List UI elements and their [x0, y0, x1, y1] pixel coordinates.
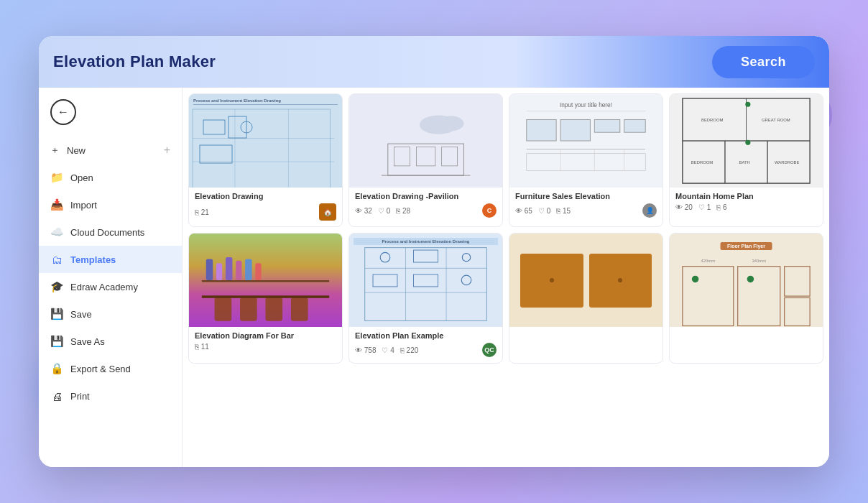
sidebar-item-save-label: Save	[70, 309, 92, 320]
svg-rect-43	[226, 257, 232, 280]
likes-6: ♡ 4	[382, 346, 394, 354]
copies-6: ⎘ 220	[400, 346, 418, 354]
card-thumb-4: BEDROOM GREAT ROOM BEDROOM BATH WARDROBE	[670, 94, 823, 188]
card-title-6: Elevation Plan Example	[355, 331, 497, 340]
blueprint-svg	[189, 106, 342, 188]
sidebar-item-print[interactable]: 🖨 Print	[39, 382, 182, 410]
svg-rect-8	[200, 145, 232, 163]
sidebar-item-save-as-label: Save As	[70, 336, 105, 347]
svg-point-59	[462, 254, 470, 262]
search-button[interactable]: Search	[712, 46, 815, 78]
svg-rect-45	[245, 259, 251, 280]
svg-rect-46	[255, 263, 261, 280]
card-title-2: Elevation Drawing -Pavilion	[355, 192, 497, 200]
copies-2: ⎘ 28	[396, 207, 410, 215]
card-info-6: Elevation Plan Example 👁 758 ♡ 4 ⎘ 220 Q…	[349, 327, 502, 363]
views-4: 👁 20	[675, 203, 693, 211]
sidebar-item-cloud[interactable]: ☁️ Cloud Documents	[39, 218, 182, 246]
svg-rect-12	[394, 147, 410, 166]
back-button[interactable]: ←	[50, 99, 76, 125]
bar-svg	[189, 234, 342, 327]
svg-rect-11	[388, 144, 464, 175]
template-card-elevation-drawing[interactable]: Process and Instrument Elevation Drawing	[188, 93, 343, 227]
save-icon: 💾	[50, 308, 63, 320]
header: Elevation Plan Maker Search	[39, 36, 829, 88]
svg-text:BATH: BATH	[739, 160, 749, 165]
card-thumb-8: Floor Plan Flyer 420mm 340mm	[670, 234, 823, 327]
svg-rect-49	[266, 297, 283, 321]
mountain-svg: BEDROOM GREAT ROOM BEDROOM BATH WARDROBE	[670, 94, 823, 188]
svg-rect-23	[527, 154, 645, 171]
svg-rect-6	[228, 116, 246, 138]
svg-rect-50	[291, 297, 308, 321]
sidebar-item-export[interactable]: 🔒 Export & Send	[39, 355, 182, 382]
templates-icon: 🗂	[50, 253, 63, 266]
svg-rect-61	[414, 274, 438, 287]
open-icon: 📁	[50, 171, 63, 184]
likes-4: ♡ 1	[698, 203, 711, 211]
svg-point-62	[461, 275, 471, 285]
sidebar-item-import[interactable]: 📥 Import	[39, 191, 182, 218]
sidebar-item-import-label: Import	[70, 200, 97, 211]
template-card-cabinet[interactable]	[509, 233, 663, 364]
new-icon: ＋	[50, 144, 60, 157]
template-card-furniture[interactable]: Input your title here!	[509, 93, 663, 227]
svg-rect-13	[416, 147, 435, 166]
svg-point-69	[692, 276, 698, 282]
template-card-pavilion[interactable]: Elevation Drawing -Pavilion 👁 32 ♡ 0 ⎘ 2…	[348, 93, 503, 227]
card-info-2: Elevation Drawing -Pavilion 👁 32 ♡ 0 ⎘ 2…	[349, 188, 502, 223]
card-info-1: Elevation Drawing ⎘ 21 🏠	[189, 188, 342, 226]
copies-5: ⎘ 11	[195, 343, 209, 351]
card-meta-2: 👁 32 ♡ 0 ⎘ 28 C	[355, 203, 497, 218]
svg-rect-44	[236, 261, 241, 280]
sidebar-item-academy[interactable]: 🎓 Edraw Academy	[39, 273, 182, 300]
templates-content: Process and Instrument Elevation Drawing	[183, 88, 829, 467]
card-thumb-5	[189, 234, 342, 327]
floor-plan-flyer-svg: 420mm 340mm	[670, 254, 823, 327]
svg-point-10	[438, 116, 463, 131]
svg-rect-67	[785, 267, 810, 296]
svg-rect-66	[738, 267, 780, 326]
template-card-plan-example[interactable]: Process and Instrument Elevation Drawing	[348, 233, 503, 364]
plan-example-svg	[349, 244, 502, 327]
template-card-mountain[interactable]: BEDROOM GREAT ROOM BEDROOM BATH WARDROBE	[669, 93, 823, 227]
export-icon: 🔒	[50, 362, 63, 375]
svg-rect-47	[215, 297, 232, 321]
sidebar-item-new[interactable]: ＋ New +	[39, 137, 182, 164]
card-thumb-6: Process and Instrument Elevation Drawing	[349, 234, 502, 327]
sidebar-item-academy-label: Edraw Academy	[70, 282, 138, 292]
svg-rect-21	[624, 119, 646, 132]
svg-rect-40	[202, 280, 329, 282]
sidebar-item-open[interactable]: 📁 Open	[39, 164, 182, 191]
svg-point-38	[745, 102, 750, 107]
card-thumb-1: Process and Instrument Elevation Drawing	[189, 94, 342, 188]
sidebar-item-save[interactable]: 💾 Save	[39, 300, 182, 328]
card-info-3: Furniture Sales Elevation 👁 65 ♡ 0 ⎘ 15 …	[509, 188, 662, 223]
sidebar-item-templates[interactable]: 🗂 Templates	[39, 246, 182, 273]
svg-rect-54	[365, 292, 487, 293]
app-container: Elevation Plan Maker Search ← ＋ New + 📁 …	[39, 36, 829, 467]
svg-text:GREAT ROOM: GREAT ROOM	[762, 118, 790, 122]
template-card-bar[interactable]: Elevation Diagram For Bar ⎘ 11	[188, 233, 343, 364]
svg-rect-65	[683, 267, 734, 326]
card-avatar-2: C	[482, 203, 497, 218]
sidebar-item-new-label: New	[67, 145, 86, 156]
card-info-5: Elevation Diagram For Bar ⎘ 11	[189, 327, 342, 356]
likes-3: ♡ 0	[538, 207, 550, 215]
copies-3: ⎘ 15	[556, 207, 571, 215]
save-as-icon: 💾	[50, 335, 63, 348]
card-title-4: Mountain Home Plan	[675, 192, 817, 200]
svg-rect-5	[203, 120, 225, 134]
views-3: 👁 65	[515, 207, 532, 215]
svg-rect-20	[594, 119, 619, 132]
import-icon: 📥	[50, 198, 63, 211]
card-thumb-3: Input your title here!	[509, 94, 662, 188]
svg-rect-68	[785, 297, 810, 326]
sidebar-item-print-label: Print	[70, 391, 90, 402]
svg-rect-14	[442, 147, 458, 166]
sidebar-item-save-as[interactable]: 💾 Save As	[39, 328, 182, 355]
copies-4: ⎘ 6	[716, 203, 726, 211]
card-info-4: Mountain Home Plan 👁 20 ♡ 1 ⎘ 6	[670, 188, 823, 217]
svg-point-57	[380, 252, 390, 262]
template-card-floor-plan-flyer[interactable]: Floor Plan Flyer 420mm 340mm	[669, 233, 823, 364]
